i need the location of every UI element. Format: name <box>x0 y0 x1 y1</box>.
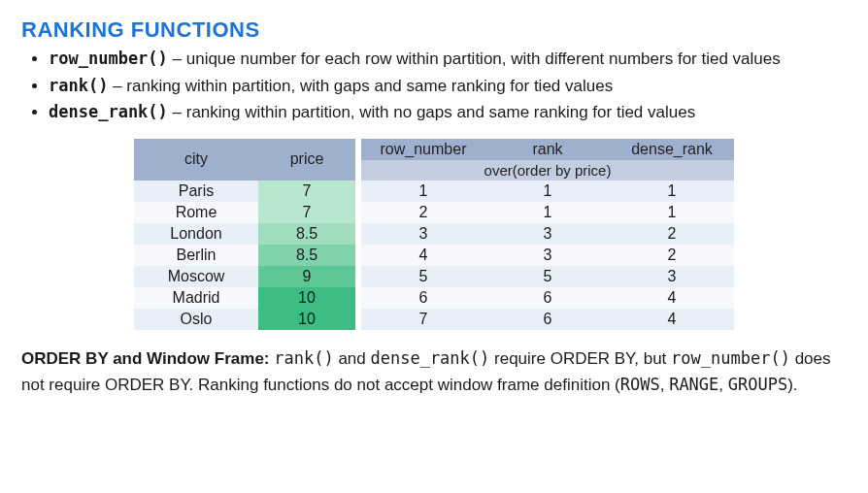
cell-price: 7 <box>258 181 355 202</box>
note-text: ). <box>787 376 797 394</box>
note-code: row_number() <box>671 348 790 368</box>
cell-row-number: 3 <box>361 223 485 245</box>
cell-city: Oslo <box>134 309 258 330</box>
table-row: London8.5332 <box>134 223 734 245</box>
cell-dense-rank: 4 <box>610 309 734 330</box>
cell-city: London <box>134 223 258 245</box>
cell-row-number: 5 <box>361 266 485 287</box>
col-rank: rank <box>485 139 610 160</box>
table-row: Oslo10764 <box>134 309 734 330</box>
cell-rank: 3 <box>485 223 610 245</box>
ranking-table: city price row_number rank dense_rank ov… <box>134 139 734 330</box>
fn-desc: – ranking within partition, with gaps an… <box>108 77 613 95</box>
cell-row-number: 4 <box>361 245 485 266</box>
col-price: price <box>258 139 355 181</box>
table-row: Paris7111 <box>134 181 734 202</box>
cell-price: 8.5 <box>258 223 355 245</box>
note-text: , <box>718 376 727 394</box>
cell-dense-rank: 1 <box>610 202 734 223</box>
cell-rank: 5 <box>485 266 610 287</box>
cell-dense-rank: 2 <box>610 223 734 245</box>
cell-rank: 1 <box>485 181 610 202</box>
cell-row-number: 6 <box>361 287 485 309</box>
cell-row-number: 7 <box>361 309 485 330</box>
note-code: dense_rank() <box>370 348 489 368</box>
cell-dense-rank: 2 <box>610 245 734 266</box>
col-row-number: row_number <box>361 139 485 160</box>
fn-name: rank() <box>49 76 108 95</box>
fn-desc: – unique number for each row within part… <box>168 49 781 68</box>
over-clause: over(order by price) <box>361 160 734 181</box>
cell-row-number: 1 <box>361 181 485 202</box>
table-header-row: city price row_number rank dense_rank <box>134 139 734 160</box>
footnote: ORDER BY and Window Frame: rank() and de… <box>21 345 847 399</box>
note-text: , <box>660 376 669 394</box>
note-lead: ORDER BY and Window Frame: <box>21 349 274 368</box>
cell-city: Rome <box>134 202 258 223</box>
cell-city: Berlin <box>134 245 258 266</box>
list-item: rank() – ranking within partition, with … <box>49 74 847 99</box>
note-code: RANGE <box>669 375 718 394</box>
cell-row-number: 2 <box>361 202 485 223</box>
cell-dense-rank: 1 <box>610 181 734 202</box>
cell-rank: 3 <box>485 245 610 266</box>
table-row: Madrid10664 <box>134 287 734 309</box>
cell-city: Moscow <box>134 266 258 287</box>
cell-price: 8.5 <box>258 245 355 266</box>
cell-city: Paris <box>134 181 258 202</box>
cell-price: 9 <box>258 266 355 287</box>
fn-name: row_number() <box>49 49 168 68</box>
cell-dense-rank: 3 <box>610 266 734 287</box>
function-list: row_number() – unique number for each ro… <box>21 47 847 125</box>
cell-price: 7 <box>258 202 355 223</box>
note-text: require ORDER BY, but <box>489 349 671 368</box>
col-city: city <box>134 139 258 181</box>
table-body: Paris7111Rome7211London8.5332Berlin8.543… <box>134 181 734 330</box>
list-item: dense_rank() – ranking within partition,… <box>49 100 847 125</box>
table-row: Moscow9553 <box>134 266 734 287</box>
cell-price: 10 <box>258 287 355 309</box>
table-row: Berlin8.5432 <box>134 245 734 266</box>
cell-rank: 1 <box>485 202 610 223</box>
fn-name: dense_rank() <box>49 102 168 121</box>
cell-rank: 6 <box>485 287 610 309</box>
cell-city: Madrid <box>134 287 258 309</box>
col-dense-rank: dense_rank <box>610 139 734 160</box>
note-code: ROWS <box>620 375 660 394</box>
list-item: row_number() – unique number for each ro… <box>49 47 847 72</box>
note-text: and <box>334 349 371 368</box>
table-row: Rome7211 <box>134 202 734 223</box>
cell-dense-rank: 4 <box>610 287 734 309</box>
section-heading: RANKING FUNCTIONS <box>21 17 847 43</box>
note-code: GROUPS <box>728 375 787 394</box>
note-code: rank() <box>274 348 333 368</box>
fn-desc: – ranking within partition, with no gaps… <box>168 103 695 121</box>
cell-rank: 6 <box>485 309 610 330</box>
cell-price: 10 <box>258 309 355 330</box>
